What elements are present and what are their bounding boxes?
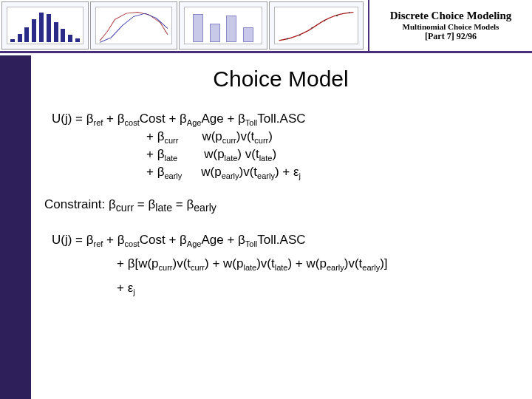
header-title: Discrete Choice Modeling [390,10,512,22]
header-subtitle: Multinomial Choice Models [403,22,499,31]
equation-2: U(j) = βref + βcostCost + βAgeAge + βTol… [52,228,517,300]
svg-point-3 [324,20,325,21]
header-page: [Part 7] 92/96 [425,31,477,42]
svg-point-2 [311,27,313,29]
svg-point-4 [336,16,338,17]
header-chart-4 [269,1,364,50]
header-chart-2 [90,1,177,50]
constraint-line: Constraint: βcurr = βlate = βearly [44,197,517,214]
slide-title: Choice Model [44,66,517,92]
svg-point-0 [287,38,288,40]
svg-point-5 [349,13,350,14]
equation-1: U(j) = βref + βcostCost + βAgeAge + βTol… [52,111,517,183]
header-bar: Discrete Choice Modeling Multinomial Cho… [0,0,532,53]
left-sidebar [0,55,31,399]
eq1-text: U(j) = β [52,112,94,126]
svg-point-1 [299,35,300,36]
header-charts [0,0,368,51]
header-chart-1 [1,1,89,50]
header-chart-3 [179,1,267,50]
header-text-block: Discrete Choice Modeling Multinomial Cho… [368,0,532,51]
slide-content: Choice Model U(j) = βref + βcostCost + β… [44,66,517,392]
